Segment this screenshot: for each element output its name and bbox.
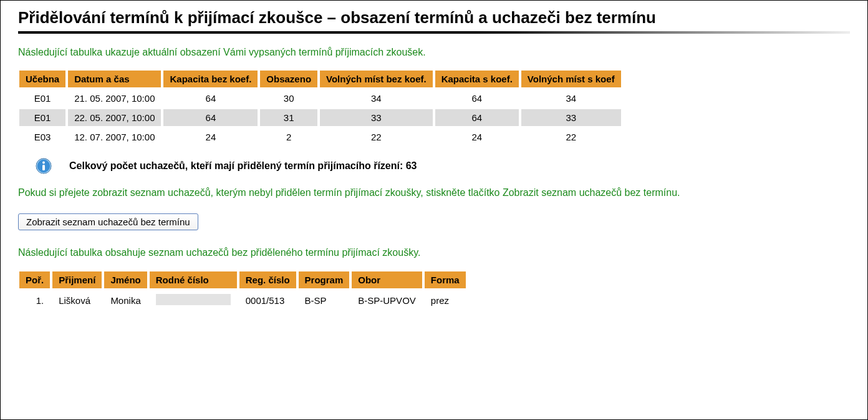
svg-point-2 (42, 162, 45, 164)
info-icon (36, 158, 52, 174)
cell-vol-s: 34 (520, 89, 622, 108)
cell-obsazeno: 31 (259, 108, 319, 127)
redacted-rc (156, 294, 231, 305)
cell-kap-bez: 24 (162, 127, 259, 147)
col-program: Program (297, 270, 351, 290)
col-ucebna: Učebna (18, 69, 67, 89)
col-por: Poř. (18, 270, 51, 290)
show-list-button[interactable]: Zobrazit seznam uchazečů bez termínu (18, 213, 198, 230)
cell-vol-bez: 22 (319, 127, 434, 147)
title-underline (18, 31, 850, 34)
cell-vol-s: 33 (520, 108, 622, 127)
col-kap-bez: Kapacita bez koef. (162, 69, 259, 89)
col-prijmeni: Přijmení (51, 270, 103, 290)
cell-vol-bez: 33 (319, 108, 434, 127)
cell-vol-s: 22 (520, 127, 622, 147)
col-kap-s: Kapacita s koef. (434, 69, 520, 89)
cell-datum: 22. 05. 2007, 10:00 (67, 108, 162, 127)
cell-program: B-SP (297, 290, 351, 311)
applicants-table: Poř. Přijmení Jméno Rodné číslo Reg. čís… (18, 270, 467, 311)
cell-forma: prez (423, 290, 467, 311)
col-vol-bez: Volných míst bez koef. (319, 69, 434, 89)
cell-ucebna: E03 (18, 127, 67, 147)
cell-prijmeni: Lišková (51, 290, 103, 311)
cell-reg: 0001/513 (238, 290, 297, 311)
cell-kap-bez: 64 (162, 89, 259, 108)
table-row: 1. Lišková Monika 0001/513 B-SP B-SP-UPV… (18, 290, 467, 311)
cell-por: 1. (18, 290, 51, 311)
page-title: Přidělování termínů k přijímací zkoušce … (18, 8, 850, 27)
table-row: E01 22. 05. 2007, 10:00 64 31 33 64 33 (18, 108, 622, 127)
info-total-count: Celkový počet uchazečů, kteří mají přidě… (69, 160, 417, 172)
col-obor: Obor (350, 270, 423, 290)
intro-text-2: Pokud si přejete zobrazit seznam uchazeč… (18, 185, 850, 200)
cell-obor: B-SP-UPVOV (350, 290, 423, 311)
intro-text-3: Následující tabulka obsahuje seznam ucha… (18, 245, 850, 260)
cell-ucebna: E01 (18, 108, 67, 127)
cell-datum: 21. 05. 2007, 10:00 (67, 89, 162, 108)
cell-kap-s: 24 (434, 127, 520, 147)
col-jmeno: Jméno (103, 270, 148, 290)
cell-vol-bez: 34 (319, 89, 434, 108)
col-rc: Rodné číslo (148, 270, 238, 290)
cell-ucebna: E01 (18, 89, 67, 108)
svg-rect-3 (42, 165, 45, 170)
capacity-table: Učebna Datum a čas Kapacita bez koef. Ob… (18, 69, 622, 147)
cell-obsazeno: 2 (259, 127, 319, 147)
table-row: E03 12. 07. 2007, 10:00 24 2 22 24 22 (18, 127, 622, 147)
intro-text-1: Následující tabulka ukazuje aktuální obs… (18, 45, 850, 59)
cell-rc (148, 290, 238, 311)
col-obsazeno: Obsazeno (259, 69, 319, 89)
col-forma: Forma (423, 270, 467, 290)
cell-datum: 12. 07. 2007, 10:00 (67, 127, 162, 147)
cell-kap-s: 64 (434, 89, 520, 108)
cell-kap-bez: 64 (162, 108, 259, 127)
col-reg: Reg. číslo (238, 270, 297, 290)
table-row: E01 21. 05. 2007, 10:00 64 30 34 64 34 (18, 89, 622, 108)
cell-jmeno: Monika (103, 290, 148, 311)
cell-obsazeno: 30 (259, 89, 319, 108)
col-vol-s: Volných míst s koef (520, 69, 622, 89)
col-datum: Datum a čas (67, 69, 162, 89)
cell-kap-s: 64 (434, 108, 520, 127)
